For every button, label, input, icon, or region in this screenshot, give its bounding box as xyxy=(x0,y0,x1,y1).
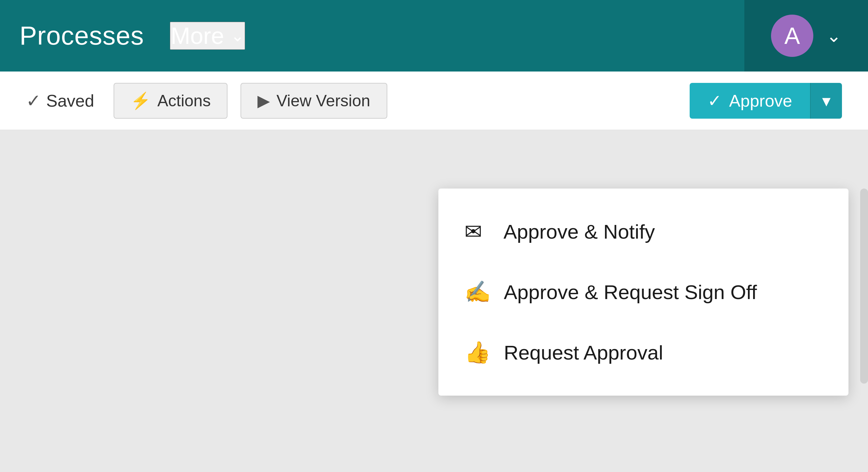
user-section: A ⌄ xyxy=(744,0,868,71)
envelope-icon: ✉ xyxy=(464,220,491,244)
approve-dropdown-menu: ✉ Approve & Notify ✍ Approve & Request S… xyxy=(438,189,848,396)
saved-check-icon: ✓ xyxy=(26,90,41,111)
request-approval-item[interactable]: 👍 Request Approval xyxy=(438,322,848,382)
view-version-button[interactable]: ▶ View Version xyxy=(241,83,387,119)
approve-sign-off-item[interactable]: ✍ Approve & Request Sign Off xyxy=(438,262,848,322)
actions-bolt-icon: ⚡ xyxy=(130,91,151,110)
saved-status: ✓ Saved xyxy=(26,90,94,111)
view-version-label: View Version xyxy=(276,91,370,110)
toolbar: ✓ Saved ⚡ Actions ▶ View Version ✓ Appro… xyxy=(0,71,868,130)
avatar[interactable]: A xyxy=(771,14,813,57)
actions-label: Actions xyxy=(157,91,211,110)
approve-dropdown-chevron-icon: ▾ xyxy=(822,91,831,110)
approve-button-group: ✓ Approve ▾ xyxy=(690,83,842,119)
approve-sign-off-label: Approve & Request Sign Off xyxy=(504,280,757,304)
approve-notify-item[interactable]: ✉ Approve & Notify xyxy=(438,202,848,262)
signature-icon: ✍ xyxy=(464,279,491,304)
user-chevron-icon[interactable]: ⌄ xyxy=(826,25,841,46)
request-approval-label: Request Approval xyxy=(504,341,663,364)
more-label: More xyxy=(170,23,224,49)
brand-title: Processes xyxy=(20,21,144,51)
navbar: Processes More ⌄ ⌕ 🔔 A ⌄ xyxy=(0,0,868,71)
more-chevron-icon: ⌄ xyxy=(231,26,244,45)
approve-notify-label: Approve & Notify xyxy=(503,220,655,243)
saved-label: Saved xyxy=(46,91,94,110)
content-area: ✉ Approve & Notify ✍ Approve & Request S… xyxy=(0,130,868,472)
approve-button[interactable]: ✓ Approve xyxy=(690,83,810,119)
view-version-play-icon: ▶ xyxy=(257,91,270,110)
thumbsup-icon: 👍 xyxy=(464,340,491,365)
approve-label: Approve xyxy=(729,91,792,110)
more-button[interactable]: More ⌄ xyxy=(170,22,245,50)
scrollbar[interactable] xyxy=(860,189,868,383)
approve-check-icon: ✓ xyxy=(708,91,722,110)
approve-dropdown-button[interactable]: ▾ xyxy=(810,83,842,119)
actions-button[interactable]: ⚡ Actions xyxy=(114,83,227,119)
